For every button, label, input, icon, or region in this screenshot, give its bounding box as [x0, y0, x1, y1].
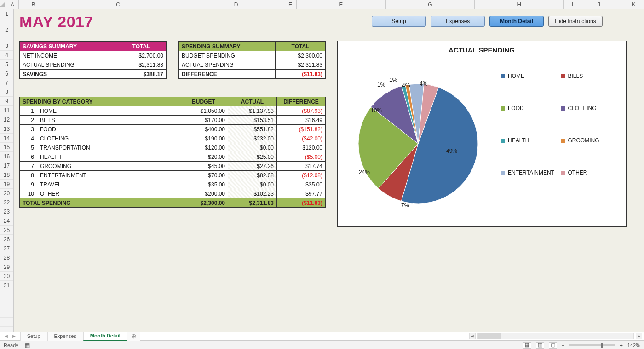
row-header[interactable]: 29 — [0, 262, 13, 272]
column-header[interactable]: G — [386, 0, 475, 9]
tab-nav-next-icon[interactable]: ► — [11, 333, 17, 339]
sheet-tab[interactable]: Setup — [20, 332, 47, 341]
category-name: TRANSPORTATION — [37, 143, 179, 152]
row-header[interactable]: 9 — [0, 97, 13, 106]
expenses-button[interactable]: Expenses — [431, 16, 485, 27]
row-header[interactable]: 30 — [0, 272, 13, 281]
row-header[interactable]: 31 — [0, 281, 13, 290]
row-header[interactable]: 19 — [0, 180, 13, 189]
actual-cell: $551.82 — [228, 125, 277, 134]
row-header[interactable]: 28 — [0, 253, 13, 262]
legend-swatch-icon — [501, 106, 505, 111]
spending-summary-header: SPENDING SUMMARY — [179, 42, 276, 51]
row-number: 3 — [20, 125, 37, 134]
col-actual: ACTUAL — [228, 97, 277, 106]
nav-buttons: Setup Expenses Month Detail Hide Instruc… — [372, 16, 603, 27]
row-number: 10 — [20, 189, 37, 198]
status-bar: Ready ▦ ▦ ▥ ▢ − + 142% — [0, 341, 644, 349]
row-header[interactable]: 20 — [0, 189, 13, 198]
tab-nav: ◄ ► — [0, 333, 20, 339]
table-row-value: $2,311.83 — [276, 60, 326, 70]
normal-view-icon[interactable]: ▦ — [523, 342, 531, 349]
row-header[interactable]: 13 — [0, 124, 13, 134]
zoom-level[interactable]: 142% — [627, 343, 640, 348]
scroll-left-icon[interactable]: ◄ — [469, 333, 476, 339]
scroll-track[interactable] — [477, 333, 634, 339]
table-row: 6HEALTH$20.00$25.00($5.00) — [20, 152, 326, 162]
setup-button[interactable]: Setup — [372, 16, 426, 27]
slice-label: 1% — [389, 77, 397, 83]
zoom-slider[interactable] — [569, 344, 615, 346]
column-header[interactable]: K — [616, 0, 644, 9]
row-header[interactable]: 16 — [0, 152, 13, 161]
column-header[interactable]: J — [581, 0, 616, 9]
month-detail-button[interactable]: Month Detail — [489, 16, 544, 27]
record-macro-icon[interactable]: ▦ — [25, 342, 30, 349]
row-header[interactable]: 27 — [0, 244, 13, 253]
table-row-label: ACTUAL SPENDING — [20, 60, 116, 70]
sheet-tab[interactable]: Month Detail — [83, 332, 127, 341]
row-header[interactable]: 22 — [0, 198, 13, 207]
total-difference: ($11.83) — [277, 198, 326, 208]
table-row-value: $2,311.83 — [116, 60, 167, 70]
row-header[interactable]: 15 — [0, 143, 13, 152]
select-all-corner[interactable] — [0, 0, 6, 9]
budget-cell: $20.00 — [179, 152, 228, 162]
row-header[interactable]: 24 — [0, 216, 13, 226]
column-header[interactable]: B — [19, 0, 49, 9]
legend-item: BILLS — [561, 68, 621, 84]
column-header[interactable]: D — [188, 0, 284, 9]
row-header[interactable]: 6 — [0, 69, 13, 78]
category-table: SPENDING BY CATEGORY BUDGET ACTUAL DIFFE… — [19, 97, 326, 208]
legend-item: HEALTH — [501, 132, 561, 149]
legend-label: GROOMING — [568, 137, 599, 144]
row-header[interactable]: 1 — [0, 9, 13, 18]
table-row: 10OTHER$200.00$102.23$97.77 — [20, 189, 326, 198]
horizontal-scrollbar[interactable]: ◄ ► — [469, 332, 644, 340]
worksheet-area[interactable]: MAY 2017 Setup Expenses Month Detail Hid… — [14, 9, 644, 332]
row-header[interactable]: 18 — [0, 170, 13, 180]
row-header[interactable]: 4 — [0, 51, 13, 60]
row-header[interactable]: 11 — [0, 106, 13, 115]
add-sheet-button[interactable]: ⊕ — [127, 332, 140, 341]
row-header[interactable]: 25 — [0, 226, 13, 235]
row-header[interactable]: 3 — [0, 41, 13, 51]
difference-cell: $35.00 — [277, 180, 326, 189]
row-header[interactable]: 23 — [0, 207, 13, 216]
table-row: 4CLOTHING$190.00$232.00($42.00) — [20, 134, 326, 143]
column-header[interactable]: E — [284, 0, 297, 9]
column-header[interactable]: I — [564, 0, 581, 9]
page-break-view-icon[interactable]: ▢ — [549, 342, 557, 349]
column-header[interactable]: C — [48, 0, 188, 9]
actual-cell: $1,137.93 — [228, 106, 277, 116]
table-row: 5TRANSPORTATION$120.00$0.00$120.00 — [20, 143, 326, 152]
row-header[interactable]: 26 — [0, 235, 13, 244]
column-header[interactable]: F — [297, 0, 386, 9]
hide-instructions-button[interactable]: Hide Instructions — [548, 16, 603, 27]
sheet-tabs-bar: ◄ ► SetupExpensesMonth Detail ⊕ ◄ ► — [0, 332, 644, 341]
row-header[interactable]: 12 — [0, 115, 13, 124]
row-header[interactable]: 7 — [0, 78, 13, 87]
row-header[interactable]: 17 — [0, 161, 13, 170]
legend-label: FOOD — [508, 105, 524, 111]
difference-cell: $17.74 — [277, 162, 326, 171]
scroll-right-icon[interactable]: ► — [636, 333, 642, 339]
row-number: 7 — [20, 162, 37, 171]
column-header[interactable]: A — [6, 0, 19, 9]
difference-cell: ($151.82) — [277, 125, 326, 134]
row-header[interactable]: 2 — [0, 18, 13, 41]
scroll-thumb[interactable] — [478, 333, 501, 339]
zoom-out-button[interactable]: − — [562, 343, 564, 348]
table-row: 1HOME$1,050.00$1,137.93($87.93) — [20, 106, 326, 116]
budget-cell: $190.00 — [179, 134, 228, 143]
row-header[interactable]: 14 — [0, 134, 13, 143]
sheet-tab[interactable]: Expenses — [47, 332, 83, 341]
slice-label: 7% — [401, 202, 409, 209]
row-header[interactable]: 5 — [0, 60, 13, 69]
column-header[interactable]: H — [475, 0, 564, 9]
difference-cell: ($12.08) — [277, 171, 326, 180]
zoom-in-button[interactable]: + — [620, 343, 622, 348]
row-header[interactable]: 8 — [0, 87, 13, 97]
tab-nav-prev-icon[interactable]: ◄ — [3, 333, 10, 339]
page-layout-view-icon[interactable]: ▥ — [536, 342, 544, 349]
